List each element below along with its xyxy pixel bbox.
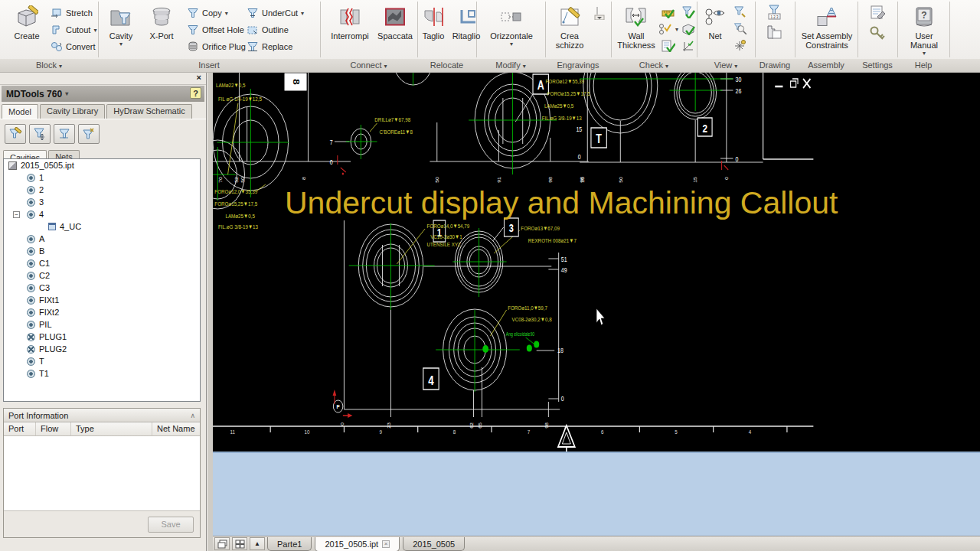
tree-item-root[interactable]: 2015_0505.ipt: [4, 159, 200, 171]
drawing-sheet-button[interactable]: [766, 24, 782, 40]
doc-tab-2015-0505[interactable]: 2015_0505: [403, 537, 465, 551]
stretch-button[interactable]: Stretch: [51, 5, 93, 21]
port-info-title: Port Information: [8, 411, 68, 420]
tree-item[interactable]: 3: [4, 196, 200, 208]
tile-windows-button[interactable]: [232, 537, 247, 550]
check-axes-button[interactable]: [681, 38, 695, 54]
tree-item[interactable]: FIXt2: [4, 306, 200, 318]
doc-close-button[interactable]: [803, 79, 810, 88]
stretch-icon: [51, 8, 63, 18]
tree-item-undercut[interactable]: 4_UC: [4, 220, 200, 233]
tree-item[interactable]: T: [4, 355, 200, 367]
orizzontale-button[interactable]: Orizzontale ▾: [482, 2, 541, 48]
view-cavity-button[interactable]: [733, 5, 747, 20]
group-label-block[interactable]: Block ▾: [0, 59, 98, 73]
svg-text:8: 8: [453, 429, 456, 435]
tree-item[interactable]: C2: [4, 269, 200, 282]
cutout-button[interactable]: Cutout▾: [51, 22, 96, 37]
view-highlight-button[interactable]: [733, 38, 747, 54]
svg-text:0: 0: [339, 422, 344, 425]
tree-item[interactable]: C1: [4, 257, 200, 269]
check-box-icon: [681, 23, 695, 35]
net-button[interactable]: Net: [700, 2, 730, 41]
check-doc-button[interactable]: [662, 38, 675, 54]
tree-item[interactable]: PIL: [4, 318, 200, 331]
cascade-windows-button[interactable]: [214, 537, 230, 550]
svg-text:FORO⌀14,0▼54,79: FORO⌀14,0▼54,79: [426, 223, 469, 230]
view-zoom-button[interactable]: [733, 21, 747, 37]
tree-item[interactable]: −4: [4, 208, 200, 220]
check-ruler-button[interactable]: [662, 5, 675, 20]
group-label-modify[interactable]: Modify ▾: [476, 59, 545, 73]
group-label-view[interactable]: View ▾: [697, 59, 755, 73]
settings-license-icon: [870, 26, 885, 41]
tree-item[interactable]: PLUG1: [4, 331, 200, 343]
drawing-callout-button[interactable]: 1.2.3: [766, 5, 782, 20]
wall-thickness-button[interactable]: Wall Thickness: [612, 2, 660, 51]
undercut-button[interactable]: UnderCut▾: [247, 5, 304, 21]
group-label-check[interactable]: Check ▾: [611, 59, 697, 73]
check-box-button[interactable]: [681, 21, 695, 37]
svg-text:62: 62: [469, 422, 474, 428]
save-button[interactable]: Save: [148, 517, 194, 533]
panel-help-icon[interactable]: ?: [190, 87, 201, 99]
cavity-button[interactable]: Cavity ▾: [103, 2, 139, 48]
undercut-icon: [48, 223, 56, 230]
cascade-windows-icon: [217, 540, 227, 549]
tree-item[interactable]: B: [4, 245, 200, 257]
crea-schizzo-button[interactable]: Crea schizzo: [548, 2, 591, 51]
replace-button[interactable]: Replace: [247, 39, 292, 54]
cavity-icon: [27, 235, 35, 243]
cavity-new-button[interactable]: [78, 124, 100, 144]
doc-tab-parte1[interactable]: Parte1: [267, 537, 312, 551]
panel-close-icon[interactable]: ×: [197, 73, 201, 82]
tree-item[interactable]: C3: [4, 282, 200, 294]
move-cavity-button[interactable]: [29, 124, 51, 144]
tree-item[interactable]: 1: [4, 171, 200, 184]
tree-expander-icon[interactable]: −: [13, 211, 20, 218]
svg-text:98: 98: [548, 176, 553, 182]
tab-cavity-library[interactable]: Cavity Library: [40, 104, 105, 119]
tree-item[interactable]: A: [4, 233, 200, 245]
settings-options-button[interactable]: [870, 5, 885, 20]
spaccata-button[interactable]: Spaccata: [375, 2, 415, 41]
convert-button[interactable]: Convert: [51, 39, 96, 54]
tab-close-icon[interactable]: ×: [382, 540, 390, 548]
set-assembly-constraints-button[interactable]: Set Assembly Constraints: [798, 2, 856, 51]
orifice-plug-button[interactable]: Orifice Plug: [187, 39, 246, 54]
svg-text:FORO⌀12▼55,39: FORO⌀12▼55,39: [545, 78, 584, 85]
svg-text:9: 9: [379, 429, 381, 435]
create-button[interactable]: Create: [6, 2, 47, 41]
collapse-icon[interactable]: ∧: [190, 412, 195, 419]
edit-cavity-button[interactable]: [5, 124, 26, 144]
engravings-split-button[interactable]: [594, 5, 605, 21]
interrompi-button[interactable]: Interrompi: [326, 2, 374, 41]
taglio-button[interactable]: Taglio: [419, 2, 448, 41]
tab-hydraw-schematic[interactable]: HyDraw Schematic: [106, 104, 192, 119]
tree-item[interactable]: 2: [4, 184, 200, 196]
user-manual-button[interactable]: ? User Manual ▾: [902, 2, 946, 57]
outline-button[interactable]: Outline: [247, 22, 289, 37]
expand-tabs-button[interactable]: ▲: [250, 537, 265, 550]
ritaglio-button[interactable]: Ritaglio: [449, 2, 483, 41]
tree-item[interactable]: PLUG2: [4, 343, 200, 355]
doc-tab-2015-0505-ipt[interactable]: 2015_0505.ipt ×: [315, 537, 400, 551]
cavity-tool-button[interactable]: [54, 124, 75, 144]
check-cavity-button[interactable]: [681, 5, 695, 20]
doc-restore-button[interactable]: [791, 79, 798, 87]
tree-item[interactable]: T1: [4, 367, 200, 380]
ribbon: Create Stretch Cutout▾ Convert Cavity ▾ …: [0, 0, 980, 59]
svg-text:0: 0: [330, 158, 333, 166]
copy-button[interactable]: Copy▾: [187, 5, 228, 21]
settings-license-button[interactable]: [870, 26, 885, 41]
drawing-canvas[interactable]: 8 A T 2 1 3 4 P LAM⌀22▼0,5 FIL ⌀G 1/4-19…: [213, 73, 980, 452]
panel-title-bar[interactable]: MDTools 760 ▾ ?: [2, 86, 204, 102]
tab-model[interactable]: Model: [2, 104, 38, 119]
svg-text:0: 0: [561, 395, 564, 403]
tree-item[interactable]: FIXt1: [4, 294, 200, 306]
cavity-icon: [27, 284, 35, 292]
check-net-button[interactable]: ▾: [658, 21, 678, 37]
offset-hole-button[interactable]: Offset Hole: [187, 22, 244, 37]
xport-button[interactable]: X-Port: [142, 2, 181, 41]
group-label-connect[interactable]: Connect ▾: [320, 59, 417, 73]
